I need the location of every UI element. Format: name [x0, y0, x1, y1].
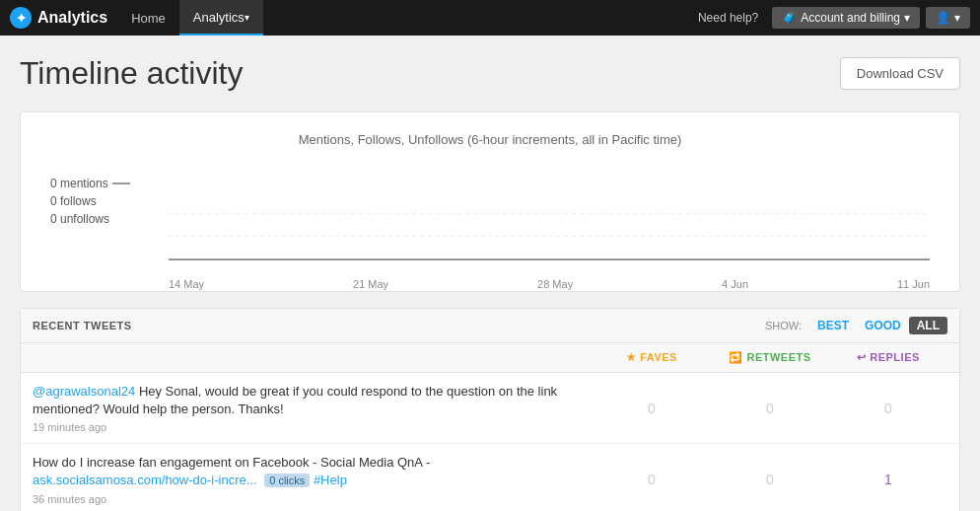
- tweet-replies: 1: [829, 472, 947, 487]
- tweet-faves: 0: [593, 401, 711, 416]
- x-label-3: 28 May: [537, 278, 573, 290]
- show-label: SHOW:: [765, 320, 802, 331]
- legend-mentions: 0 mentions: [50, 177, 149, 190]
- filter-all-button[interactable]: ALL: [909, 317, 947, 334]
- chart-title: Mentions, Follows, Unfollows (6-hour inc…: [50, 132, 930, 147]
- x-label-4: 4 Jun: [722, 278, 748, 290]
- col-tweet-spacer: [33, 343, 593, 372]
- mentions-label: 0 mentions: [50, 177, 108, 190]
- nav-analytics[interactable]: Analytics: [179, 0, 263, 36]
- main-content: Timeline activity Download CSV Mentions,…: [0, 36, 980, 511]
- table-header: RECENT TWEETS SHOW: BEST GOOD ALL: [21, 309, 959, 343]
- tweet-time: 36 minutes ago: [33, 493, 583, 505]
- tweet-url-link[interactable]: ask.socialsamosa.com/how-do-i-incre...: [33, 473, 257, 487]
- user-avatar-button[interactable]: 👤 ▾: [926, 7, 970, 29]
- filter-best-button[interactable]: BEST: [809, 317, 857, 334]
- app-name: Analytics: [37, 9, 107, 27]
- navbar: ✦ Analytics Home Analytics Need help? 🧳 …: [0, 0, 980, 36]
- tweet-hashtag-link[interactable]: #Help: [314, 473, 347, 487]
- col-headers: ★ FAVES 🔁 RETWEETS ↩ REPLIES: [21, 343, 959, 373]
- legend-follows: 0 follows: [50, 194, 149, 208]
- follows-label: 0 follows: [50, 194, 97, 208]
- unfollows-label: 0 unfollows: [50, 212, 109, 226]
- mentions-line: [112, 182, 130, 184]
- account-billing-button[interactable]: 🧳 Account and billing ▾: [772, 7, 920, 29]
- tweet-faves: 0: [593, 472, 711, 487]
- chart-plot: 14 May 21 May 28 May 4 Jun 11 Jun: [169, 167, 930, 271]
- col-faves-header: ★ FAVES: [593, 343, 711, 372]
- star-icon: ★: [626, 351, 640, 363]
- retweet-icon: 🔁: [729, 351, 746, 363]
- chevron-down-icon: ▾: [904, 11, 910, 25]
- table-row: How do I increase fan engagement on Face…: [21, 444, 959, 511]
- user-icon: 👤: [936, 11, 950, 25]
- clicks-badge: 0 clicks: [264, 474, 310, 487]
- col-retweets-header: 🔁 RETWEETS: [711, 343, 829, 372]
- tweet-replies: 0: [829, 401, 947, 416]
- nav-links: Home Analytics: [117, 0, 263, 36]
- chart-legend: 0 mentions 0 follows 0 unfollows: [50, 167, 149, 271]
- reply-icon: ↩: [857, 351, 870, 363]
- need-help-link[interactable]: Need help?: [690, 11, 766, 25]
- download-csv-button[interactable]: Download CSV: [840, 57, 960, 90]
- chart-svg: [169, 167, 930, 271]
- chart-body: 0 mentions 0 follows 0 unfollows: [50, 167, 930, 271]
- x-axis-labels: 14 May 21 May 28 May 4 Jun 11 Jun: [169, 274, 930, 290]
- tweet-retweets: 0: [711, 401, 829, 416]
- legend-unfollows: 0 unfollows: [50, 212, 149, 226]
- tweet-text: @agrawalsonal24 Hey Sonal, would be grea…: [33, 383, 583, 418]
- briefcase-icon: 🧳: [782, 11, 797, 25]
- tweet-retweets: 0: [711, 472, 829, 487]
- twitter-bird-icon: ✦: [10, 7, 32, 29]
- tweet-text: How do I increase fan engagement on Face…: [33, 454, 583, 489]
- filter-good-button[interactable]: GOOD: [857, 317, 909, 334]
- table-row: @agrawalsonal24 Hey Sonal, would be grea…: [21, 373, 959, 444]
- nav-home[interactable]: Home: [117, 0, 179, 36]
- tweet-content: @agrawalsonal24 Hey Sonal, would be grea…: [33, 383, 593, 433]
- user-chevron-icon: ▾: [954, 11, 960, 25]
- account-billing-label: Account and billing: [801, 11, 900, 25]
- recent-tweets-label: RECENT TWEETS: [33, 320, 765, 331]
- brand: ✦ Analytics: [10, 7, 107, 29]
- chart-container: Mentions, Follows, Unfollows (6-hour inc…: [20, 111, 960, 292]
- x-label-5: 11 Jun: [897, 278, 930, 290]
- x-label-1: 14 May: [169, 278, 204, 290]
- page-title: Timeline activity: [20, 55, 243, 92]
- tweet-content: How do I increase fan engagement on Face…: [33, 454, 593, 504]
- x-label-2: 21 May: [353, 278, 388, 290]
- tweet-mention-link[interactable]: @agrawalsonal24: [33, 384, 135, 399]
- tweets-table-container: RECENT TWEETS SHOW: BEST GOOD ALL ★ FAVE…: [20, 308, 960, 511]
- navbar-right: Need help? 🧳 Account and billing ▾ 👤 ▾: [690, 7, 970, 29]
- col-replies-header: ↩ REPLIES: [829, 343, 947, 372]
- page-header: Timeline activity Download CSV: [20, 55, 960, 92]
- tweet-time: 19 minutes ago: [33, 421, 583, 433]
